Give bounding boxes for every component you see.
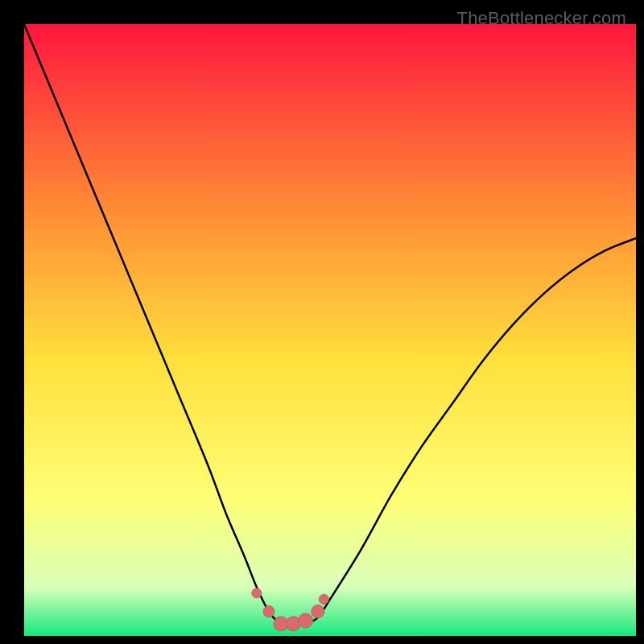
valley-marker <box>299 613 313 628</box>
valley-marker <box>319 594 328 604</box>
plot-area <box>24 24 636 636</box>
valley-marker <box>312 605 324 618</box>
watermark-text: TheBottlenecker.com <box>457 8 626 29</box>
chart-frame: TheBottlenecker.com <box>8 8 636 636</box>
gradient-background <box>24 24 636 636</box>
bottleneck-chart <box>24 24 636 636</box>
valley-marker <box>263 606 275 617</box>
valley-marker <box>252 588 262 598</box>
